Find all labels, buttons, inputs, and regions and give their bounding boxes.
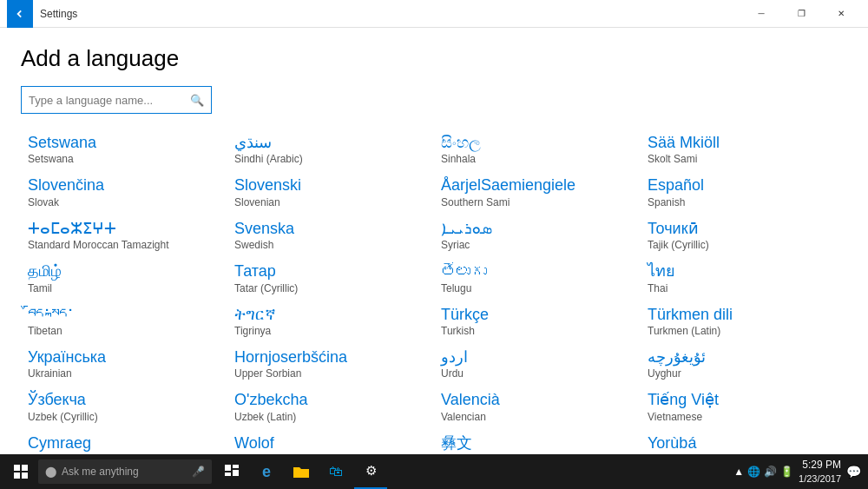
language-native-name: தமிழ் <box>28 261 220 281</box>
language-native-name: සිංහල <box>441 133 634 153</box>
search-icon: 🔍 <box>190 94 204 107</box>
network-icon[interactable]: 🌐 <box>747 466 760 478</box>
language-english-name: Vietnamese <box>648 411 840 423</box>
language-english-name: Telugu <box>441 282 634 294</box>
list-item[interactable]: SetswanaSetswana <box>21 128 227 170</box>
language-native-name: Setswana <box>28 133 220 153</box>
list-item[interactable]: བོད་སྐད་Tibetan <box>21 300 227 342</box>
language-native-name: O'zbekcha <box>234 390 427 410</box>
svg-rect-5 <box>233 465 239 468</box>
list-item[interactable]: ТатарTatar (Cyrillic) <box>227 256 434 299</box>
search-box[interactable]: 🔍 <box>21 86 212 114</box>
language-english-name: Tatar (Cyrillic) <box>234 282 427 294</box>
settings-button[interactable]: ⚙ <box>354 454 387 489</box>
language-grid: SetswanaSetswanaسنڌيSindhi (Arabic)සිංහල… <box>21 128 847 454</box>
list-item[interactable]: SlovenskiSlovenian <box>227 170 434 213</box>
close-button[interactable]: ✕ <box>821 0 861 28</box>
list-item[interactable]: Tiếng ViệtVietnamese <box>641 385 847 427</box>
cortana-search[interactable]: ⬤ Ask me anything 🎤 <box>38 459 212 484</box>
language-english-name: Slovenian <box>234 196 427 208</box>
language-english-name: Slovak <box>28 196 220 208</box>
svg-rect-0 <box>14 465 20 471</box>
language-native-name: Українська <box>28 347 220 367</box>
svg-rect-7 <box>233 470 239 476</box>
language-native-name: Yorùbá <box>648 433 840 453</box>
list-item[interactable]: УкраїнськаUkrainian <box>21 342 227 385</box>
minimize-button[interactable]: ─ <box>741 0 781 28</box>
list-item[interactable]: Türkmen diliTurkmen (Latin) <box>641 300 847 342</box>
language-english-name: Uzbek (Cyrillic) <box>28 411 220 423</box>
list-item[interactable]: Sää MkiöllSkolt Sami <box>641 128 847 170</box>
language-native-name: Ўзбекча <box>28 390 220 410</box>
list-item[interactable]: 彝文Yi <box>434 428 641 454</box>
language-english-name: Thai <box>648 282 840 294</box>
task-view-button[interactable] <box>215 454 248 489</box>
language-english-name: Skolt Sami <box>648 153 840 165</box>
language-english-name: Ukrainian <box>28 367 220 380</box>
language-native-name: Татар <box>234 261 427 281</box>
language-native-name: Wolof <box>234 433 427 453</box>
list-item[interactable]: తెలుగుTelugu <box>434 256 641 299</box>
show-hidden-icon[interactable]: ▲ <box>733 466 744 478</box>
list-item[interactable]: ܣܘܪܝܝܐSyriac <box>434 214 641 256</box>
battery-icon: 🔋 <box>780 466 793 478</box>
language-english-name: Tajik (Cyrillic) <box>648 239 840 251</box>
list-item[interactable]: SlovenčinaSlovak <box>21 170 227 213</box>
list-item[interactable]: ትግርኛTigrinya <box>227 300 434 342</box>
maximize-button[interactable]: ❐ <box>781 0 821 28</box>
clock[interactable]: 5:29 PM 1/23/2017 <box>799 458 841 486</box>
language-native-name: ⵜⴰⵎⴰⵣⵉⵖⵜ <box>28 219 220 239</box>
list-item[interactable]: HornjoserbšćinaUpper Sorbian <box>227 342 434 385</box>
language-native-name: Slovenski <box>234 175 427 195</box>
start-button[interactable] <box>3 454 38 489</box>
list-item[interactable]: தமிழ்Tamil <box>21 256 227 299</box>
taskbar-pinned-icons: e 🛍 ⚙ <box>215 454 387 489</box>
volume-icon[interactable]: 🔊 <box>764 466 777 478</box>
list-item[interactable]: SvenskaSwedish <box>227 214 434 256</box>
language-english-name: Uyghur <box>648 367 840 380</box>
edge-button[interactable]: e <box>250 454 283 489</box>
file-explorer-button[interactable] <box>285 454 318 489</box>
list-item[interactable]: ⵜⴰⵎⴰⵣⵉⵖⵜStandard Moroccan Tamazight <box>21 214 227 256</box>
list-item[interactable]: TürkçeTurkish <box>434 300 641 342</box>
search-input[interactable] <box>29 94 190 107</box>
list-item[interactable]: CymraegWelsh <box>21 428 227 454</box>
language-native-name: Türkçe <box>441 305 634 325</box>
list-item[interactable]: ไทยThai <box>641 256 847 299</box>
language-native-name: اردو <box>441 347 634 367</box>
taskbar: ⬤ Ask me anything 🎤 e 🛍 ⚙ ▲ 🌐 🔊 🔋 5:29 P… <box>0 454 868 489</box>
microphone-icon: 🎤 <box>192 466 205 478</box>
notifications-icon[interactable]: 💬 <box>846 465 861 479</box>
language-native-name: ÅarjelSaemiengiele <box>441 175 634 195</box>
language-native-name: Cymraeg <box>28 433 220 453</box>
language-english-name: Sindhi (Arabic) <box>234 153 427 165</box>
language-native-name: Точикӣ <box>648 219 840 239</box>
list-item[interactable]: O'zbekchaUzbek (Latin) <box>227 385 434 427</box>
language-native-name: ܣܘܪܝܝܐ <box>441 219 634 239</box>
language-english-name: Tigrinya <box>234 325 427 337</box>
language-english-name: Spanish <box>648 196 840 208</box>
language-native-name: ትግርኛ <box>234 305 427 325</box>
list-item[interactable]: ЎзбекчаUzbek (Cyrillic) <box>21 385 227 427</box>
list-item[interactable]: اردوUrdu <box>434 342 641 385</box>
back-button[interactable] <box>7 0 33 28</box>
language-native-name: ئۇيغۇرچە <box>648 347 840 367</box>
list-item[interactable]: WolofWolof <box>227 428 434 454</box>
language-native-name: Sää Mkiöll <box>648 133 840 153</box>
language-native-name: ไทย <box>648 261 840 281</box>
language-native-name: Español <box>648 175 840 195</box>
window-controls: ─ ❐ ✕ <box>741 0 861 28</box>
list-item[interactable]: EspañolSpanish <box>641 170 847 213</box>
date-display: 1/23/2017 <box>799 472 841 486</box>
list-item[interactable]: ئۇيغۇرچەUyghur <box>641 342 847 385</box>
list-item[interactable]: ÅarjelSaemiengieleSouthern Sami <box>434 170 641 213</box>
language-native-name: Svenska <box>234 219 427 239</box>
language-native-name: Hornjoserbšćina <box>234 347 427 367</box>
list-item[interactable]: سنڌيSindhi (Arabic) <box>227 128 434 170</box>
language-english-name: Turkish <box>441 325 634 337</box>
list-item[interactable]: සිංහලSinhala <box>434 128 641 170</box>
list-item[interactable]: YorùbáYoruba <box>641 428 847 454</box>
store-button[interactable]: 🛍 <box>319 454 352 489</box>
list-item[interactable]: ТочикӣTajik (Cyrillic) <box>641 214 847 256</box>
list-item[interactable]: ValenciàValencian <box>434 385 641 427</box>
